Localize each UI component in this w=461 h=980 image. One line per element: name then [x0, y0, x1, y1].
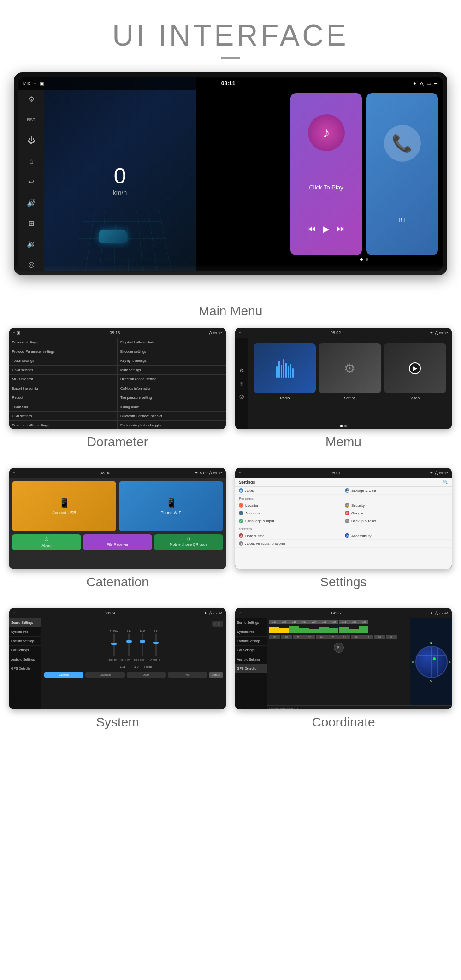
menu-status-left: ⌂ — [239, 331, 241, 335]
menu-sidebar-settings[interactable]: ⚙ — [239, 367, 244, 374]
accessibility-col[interactable]: ♿ Accessibility — [345, 533, 448, 538]
dot-1 — [360, 258, 363, 261]
sidebar-settings-icon[interactable]: ⚙ — [24, 93, 38, 106]
sidebar-factory[interactable]: Factory Settings — [9, 637, 41, 646]
eq-mid-track[interactable] — [142, 633, 143, 656]
sidebar-grid-icon[interactable]: ⊞ — [24, 217, 38, 230]
dora-status-left: ⌂ ▣ — [13, 331, 21, 335]
accounts-col[interactable]: 👤 Accounts — [239, 511, 342, 515]
qr-code-button[interactable]: ⊞ Mobile phone QR code — [154, 534, 223, 550]
coord-sidebar-car[interactable]: Car Settings — [235, 646, 267, 655]
system-status-left: ⌂ — [13, 611, 15, 615]
speed-unit: km/h — [113, 189, 127, 196]
google-icon: G — [345, 511, 349, 515]
settings-label: Settings — [235, 569, 452, 599]
coord-sidebar-sysinfo[interactable]: System Info — [235, 627, 267, 637]
coord-sidebar-sound[interactable]: Sound Settings — [235, 618, 267, 627]
eq-icon-btn[interactable]: ⊞⊞ — [212, 621, 223, 627]
back-icon[interactable]: ↩ — [434, 81, 438, 87]
freq-12k: 12.5kHz — [148, 658, 160, 661]
menu-sidebar-grid[interactable]: ⊞ — [239, 380, 244, 387]
preset-classical[interactable]: Classical — [85, 672, 124, 678]
coord-sidebar-android[interactable]: Android Settings — [235, 655, 267, 664]
sat-cell: G16 — [289, 620, 299, 624]
eq-lo-track[interactable] — [128, 633, 130, 656]
dot-2 — [366, 258, 368, 261]
location-col[interactable]: 📍 Location — [239, 503, 342, 508]
android-usb-card[interactable]: 📱 Android USB — [12, 481, 116, 531]
card-dots — [290, 255, 438, 264]
backup-col[interactable]: ↻ Backup & reset — [345, 519, 448, 523]
music-card[interactable]: ♪ Click To Play ⏮ ▶ ⏭ — [290, 93, 362, 255]
num-cell: 25 — [304, 635, 315, 639]
dora-status-right: ⋀ ▭ ↩ — [209, 331, 222, 335]
accessibility-label: Accessibility — [351, 534, 372, 538]
sidebar-car[interactable]: Car Settings — [9, 646, 41, 655]
sidebar-gps[interactable]: GPS Detection — [9, 664, 41, 673]
menu-sidebar-nav[interactable]: ◎ — [239, 393, 244, 400]
preset-custom[interactable]: Custom — [44, 672, 83, 678]
about-button[interactable]: ⓘ About — [12, 534, 81, 550]
apps-col[interactable]: ▦ Apps — [239, 488, 342, 493]
home-icon[interactable]: ⌂ — [34, 81, 37, 86]
storage-col[interactable]: 💾 Storage & USB — [345, 488, 448, 493]
about-vehicle-col[interactable]: ℹ About vehicular platform — [239, 541, 448, 546]
sat-cell: G06 — [279, 620, 289, 624]
sidebar-sound[interactable]: Sound Settings — [9, 618, 41, 627]
apps-label: Apps — [245, 489, 254, 493]
prev-icon[interactable]: ⏮ — [307, 224, 316, 234]
iphone-wifi-card[interactable]: 📱 iPhone WIFI — [119, 481, 223, 531]
eq-mid-thumb — [140, 640, 145, 643]
dora-row: Encoder settings — [118, 347, 226, 356]
eq-hi-track[interactable] — [155, 633, 157, 656]
accessibility-icon: ♿ — [345, 533, 349, 538]
sidebar-back-icon[interactable]: ↩ — [24, 176, 38, 188]
eq-subw-track[interactable] — [113, 633, 115, 656]
menu-card-radio[interactable] — [254, 343, 316, 393]
play-icon[interactable]: ▶ — [323, 224, 330, 234]
sidebar-home-icon[interactable]: ⌂ — [24, 155, 38, 167]
sidebar-nav-icon[interactable]: ◎ — [24, 258, 38, 271]
sidebar-voldown-icon[interactable]: 🔉 — [24, 237, 38, 250]
security-col[interactable]: 🔒 Security — [345, 503, 448, 508]
language-col[interactable]: A Language & input — [239, 519, 342, 523]
sidebar-sysinfo[interactable]: System Info — [9, 627, 41, 637]
next-icon[interactable]: ⏭ — [337, 224, 345, 234]
google-col[interactable]: G Google — [345, 511, 448, 515]
sidebar-power-icon[interactable]: ⏻ — [24, 135, 38, 147]
eq-band-lo: Lo — [127, 629, 131, 656]
file-receiver-button[interactable]: ↓ File Receiver — [83, 534, 152, 550]
window2-icon[interactable]: ▭ — [426, 81, 431, 87]
main-status-bar: MIC ⌂ ▣ 08:11 ✦ ⋀ ▭ ↩ — [18, 77, 443, 90]
system-label: System — [9, 709, 226, 739]
music-controls[interactable]: ⏮ ▶ ⏭ — [307, 224, 345, 234]
date-col[interactable]: ⏰ Date & time — [239, 533, 342, 538]
coord-status-right: ✦ ⋀ ▭ ↩ — [430, 611, 448, 615]
coord-sidebar-gps[interactable]: GPS Detection — [235, 664, 267, 673]
preset-pop[interactable]: Pop — [168, 672, 207, 678]
expand-icon[interactable]: ⋀ — [420, 81, 424, 87]
menu-card-setting[interactable]: ⚙ — [319, 343, 381, 393]
num-cell: 23 — [327, 635, 338, 639]
eq-band-subw: Subw — [110, 629, 118, 656]
preset-jazz[interactable]: Jazz — [127, 672, 166, 678]
caten-status-right: ✦ 8:00 ⋀ ▭ ↩ — [195, 471, 222, 475]
date-label: Date & time — [245, 534, 265, 538]
west-label: W — [411, 660, 414, 663]
sat-bar — [359, 626, 369, 633]
gps-dot — [433, 657, 436, 660]
sidebar-volup-icon[interactable]: 🔊 — [24, 196, 38, 209]
sidebar-android[interactable]: Android Settings — [9, 655, 41, 664]
default-button[interactable]: Default — [209, 672, 223, 678]
coord-main: G22 G06 G16 G09 G27 G02 G28 G11 G01 G26 — [267, 618, 452, 709]
bt-card[interactable]: 📞 BT — [366, 93, 438, 255]
settings-search-icon[interactable]: 🔍 — [443, 480, 448, 484]
menu-card-video[interactable]: ▶ — [384, 343, 446, 393]
coord-sidebar-factory[interactable]: Factory Settings — [235, 637, 267, 646]
window-icon[interactable]: ▣ — [39, 81, 44, 87]
language-label: Language & input — [245, 519, 274, 523]
refresh-button[interactable]: ↻ — [334, 643, 344, 653]
dora-row: Key light settings — [118, 356, 226, 366]
about-vehicle-label: About vehicular platform — [245, 542, 285, 546]
sidebar-rst-icon[interactable]: RST — [24, 114, 38, 126]
